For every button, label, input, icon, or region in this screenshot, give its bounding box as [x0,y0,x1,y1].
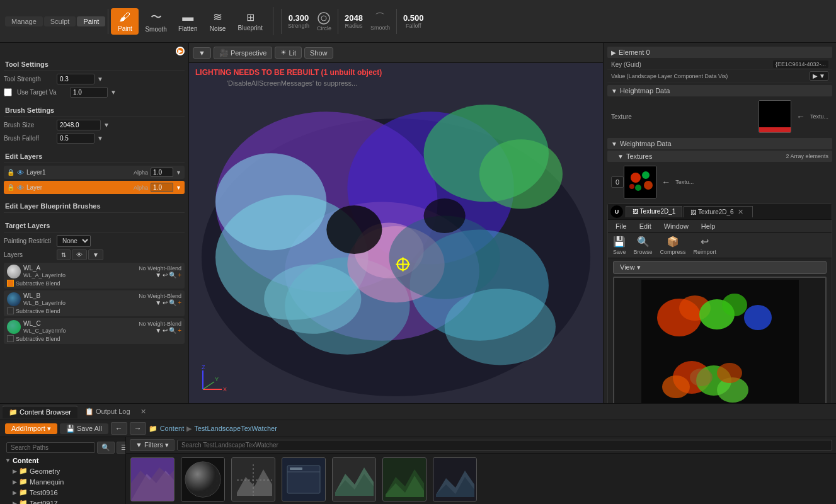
layer1-eye-icon[interactable]: 👁 [17,169,24,176]
wl-c-row: WL_C No Weight-Blend WL_C_LayerInfo ▼ ↩ … [4,318,185,344]
brush-size-input[interactable] [57,120,101,130]
wl-a-ctrl1[interactable]: ▼ [155,272,161,278]
wl-c-ctrl3[interactable]: 🔍 [169,327,176,334]
lit-btn[interactable]: ☀ Lit [275,47,302,59]
tex2d-tab1[interactable]: 🖼 Texture2D_1 [626,206,682,217]
textures-subheader[interactable]: ▼ Textures 2 Array elements [607,151,832,162]
tree-item-test0916[interactable]: ▶ 📁 Test0916 [10,487,123,498]
wl-b-blend-checkbox[interactable] [7,307,14,314]
wl-a-ctrl4[interactable]: + [178,272,181,278]
bottom-panel-close[interactable]: ✕ [140,408,146,416]
tree-item-geometry[interactable]: ▶ 📁 Geometry [10,466,123,476]
search-paths-btn[interactable]: 🔍 [97,442,115,454]
tex2d-tab2-close[interactable]: ✕ [735,208,746,215]
tex2d-compress-btn[interactable]: 📦 Compress [660,236,686,255]
weightmap-arrow-left[interactable]: ← [659,177,673,187]
wl-a-ctrl3[interactable]: 🔍 [169,272,176,278]
add-import-btn[interactable]: Add/Import ▾ [5,423,57,434]
tex2d-menu-edit[interactable]: Edit [637,221,654,231]
asset-landscape-layer2[interactable]: Landscape Layer [382,457,427,504]
tab-output-log[interactable]: 📋 Output Log [79,406,137,418]
texture-arrow-left[interactable]: ← [794,112,808,122]
nav-fwd-btn[interactable]: → [130,422,146,435]
wl-c-ctrl1[interactable]: ▼ [155,327,161,334]
asset-map-registry[interactable]: Map Build Data Registry [281,457,326,504]
tex2d-browse-btn[interactable]: 🔍 Browse [634,236,653,255]
viewport-canvas[interactable]: LIGHTING NEEDS TO BE REBUILT (1 unbuilt … [189,63,603,403]
wl-a-row: WL_A No Weight-Blend WL_A_LayerInfo ▼ ↩ … [4,263,185,289]
weightmap-header[interactable]: ▼ Weightmap Data [607,138,832,149]
main-area: ▶ Tool Settings Tool Strength ▼ Use Targ… [0,43,836,403]
tex2d-menu-file[interactable]: File [613,221,629,231]
tex2d-menu-window[interactable]: Window [661,221,691,231]
tab-sculpt[interactable]: Sculpt [44,16,76,26]
perspective-btn[interactable]: 🎥 Perspective [214,47,272,59]
wl-b-ctrl2[interactable]: ↩ [163,299,168,306]
brush-falloff-input[interactable] [57,133,94,144]
flatten-btn[interactable]: ▬ Flatten [173,8,203,35]
blueprint-btn[interactable]: ⊞ Blueprint [232,9,267,34]
tree-item-mannequin[interactable]: ▶ 📁 Mannequin [10,476,123,487]
tab-content-browser[interactable]: 📁 Content Browser [3,406,77,418]
svg-point-47 [717,363,742,383]
layer2-alpha-arrow: ▼ [176,185,181,191]
tex2d-reimport-btn[interactable]: ↩ Reimport [694,236,717,255]
asset-landscape-layer1[interactable]: Landscape Layer [331,457,377,504]
layer1-alpha-input[interactable] [151,168,173,177]
wl-b-ctrl3[interactable]: 🔍 [169,299,176,306]
wl-c-ctrl4[interactable]: + [178,327,181,334]
noise-btn[interactable]: ≋ Noise [203,8,231,35]
asset-landscape[interactable]: Landscape [130,457,175,504]
paint-btn[interactable]: 🖌 Paint [111,8,139,35]
path-folder[interactable]: TestLandscapeTexWatcher [194,425,277,432]
asset-wl-a[interactable]: WL_A [180,457,226,504]
tab-manage[interactable]: Manage [5,16,43,26]
layers-arrow-icon[interactable]: ▼ [88,249,103,260]
tree-item-content[interactable]: ▼ Content [3,455,123,466]
asset-terrain[interactable] [231,457,276,503]
wl-c-blend-checkbox[interactable] [7,335,14,342]
search-paths-input[interactable] [6,442,95,453]
test0917-arrow: ▶ [13,500,17,505]
tex2d-menu-help[interactable]: Help [699,221,718,231]
wl-a-blend-checkbox[interactable] [7,280,14,287]
show-btn[interactable]: Show [304,47,333,59]
smooth-btn[interactable]: 〜 Smooth [140,7,171,35]
layers-icons: ⇅ 👁 ▼ [57,249,103,260]
viewport-menu-btn[interactable]: ▼ [193,47,211,59]
painting-restriction-select[interactable]: None [57,235,91,247]
nav-back-btn[interactable]: ← [111,422,127,435]
tree-options-btn[interactable]: ☰ [117,442,126,454]
heightmap-texture-svg [759,101,791,132]
layers-eye-icon[interactable]: 👁 [72,249,87,260]
wl-a-ctrl2[interactable]: ↩ [163,272,168,278]
tex2d-save-btn[interactable]: 💾 Save [613,236,626,255]
layers-sort-icon[interactable]: ⇅ [57,249,71,260]
heightmap-header[interactable]: ▼ Heightmap Data [607,85,832,96]
use-target-checkbox[interactable] [4,88,12,96]
use-target-input[interactable] [70,87,108,98]
tree-item-test0917[interactable]: ▶ 📁 Test0917 [10,498,123,504]
element0-header[interactable]: ▶ Element 0 [607,47,832,58]
test0916-arrow: ▶ [13,490,17,496]
save-all-icon: 💾 [66,425,75,432]
wl-c-ctrl2[interactable]: ↩ [163,327,168,334]
layer2-alpha-input[interactable] [151,183,173,192]
asset-landscape-layer3[interactable]: Landscape Layer [432,457,478,504]
tex2d-view-btn[interactable]: View ▾ [613,261,827,274]
wl-b-ctrl1[interactable]: ▼ [155,299,161,306]
content-search-input[interactable] [177,440,832,450]
wl-a-blend: Subtractive Blend [7,280,181,287]
tex2d-tab2[interactable]: 🖼 Texture2D_6 ✕ [684,206,753,217]
filters-btn[interactable]: ▼ Filters ▾ [130,439,175,451]
value-dropdown[interactable]: ▶ ▼ [810,71,828,81]
tool-strength-input[interactable] [57,74,94,84]
svg-point-48 [690,369,713,386]
tex2d-canvas [613,277,827,403]
wl-b-ctrl4[interactable]: + [178,299,181,306]
tab-paint[interactable]: Paint [77,16,105,26]
layer2-eye-icon[interactable]: 👁 [17,184,24,192]
save-all-btn[interactable]: 💾 Save All [60,423,108,434]
path-root[interactable]: Content [160,425,185,432]
geometry-label: Geometry [30,467,60,475]
